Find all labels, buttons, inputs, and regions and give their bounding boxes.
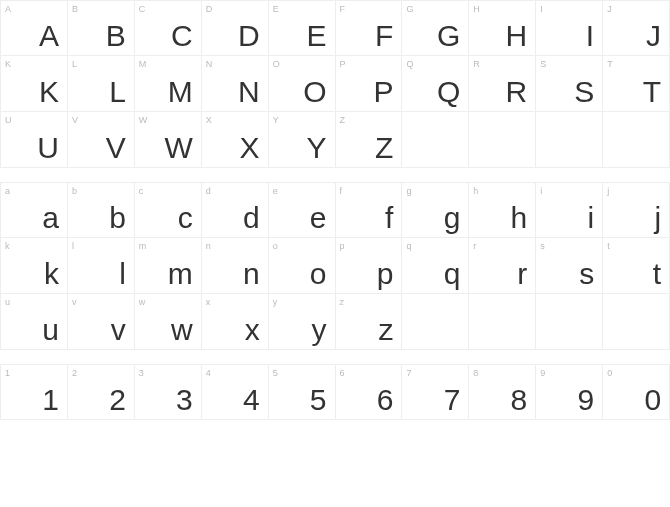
- glyph-cell: 11: [0, 364, 68, 420]
- glyph-cell: ZZ: [336, 112, 403, 168]
- key-label: Y: [273, 115, 279, 125]
- glyph-cell: WW: [135, 112, 202, 168]
- glyph-cell: [536, 294, 603, 350]
- key-label: E: [273, 4, 279, 14]
- glyph-cell: pp: [336, 238, 403, 294]
- glyph-cell: nn: [202, 238, 269, 294]
- glyph-row: KKLLMMNNOOPPQQRRSSTT: [0, 56, 670, 112]
- glyph: 1: [42, 385, 59, 415]
- glyph-cell: SS: [536, 56, 603, 112]
- key-label: G: [406, 4, 413, 14]
- glyph: M: [168, 77, 193, 107]
- glyph: w: [171, 315, 193, 345]
- glyph: F: [375, 21, 393, 51]
- glyph-cell: 44: [202, 364, 269, 420]
- glyph-cell: BB: [68, 0, 135, 56]
- key-label: r: [473, 241, 476, 251]
- key-label: H: [473, 4, 480, 14]
- glyph: Q: [437, 77, 460, 107]
- glyph: u: [42, 315, 59, 345]
- glyph-cell: [469, 294, 536, 350]
- key-label: o: [273, 241, 278, 251]
- glyph-cell: uu: [0, 294, 68, 350]
- glyph-cell: [603, 112, 670, 168]
- glyph-cell: tt: [603, 238, 670, 294]
- glyph-cell: hh: [469, 182, 536, 238]
- glyph: E: [307, 21, 327, 51]
- glyph: Y: [307, 133, 327, 163]
- glyph: o: [310, 259, 327, 289]
- glyph-cell: ff: [336, 182, 403, 238]
- glyph-cell: HH: [469, 0, 536, 56]
- glyph-cell: ee: [269, 182, 336, 238]
- glyph-cell: 55: [269, 364, 336, 420]
- key-label: m: [139, 241, 147, 251]
- glyph: c: [178, 203, 193, 233]
- glyph-cell: 99: [536, 364, 603, 420]
- key-label: x: [206, 297, 211, 307]
- glyph-cell: GG: [402, 0, 469, 56]
- key-label: s: [540, 241, 545, 251]
- glyph-cell: qq: [402, 238, 469, 294]
- section-digits: 11223344556677889900: [0, 364, 670, 420]
- glyph: b: [109, 203, 126, 233]
- glyph-chart: AABBCCDDEEFFGGHHIIJJKKLLMMNNOOPPQQRRSSTT…: [0, 0, 670, 420]
- glyph: k: [44, 259, 59, 289]
- glyph: W: [164, 133, 192, 163]
- glyph-cell: zz: [336, 294, 403, 350]
- glyph: P: [373, 77, 393, 107]
- glyph-cell: OO: [269, 56, 336, 112]
- glyph: r: [517, 259, 527, 289]
- glyph-cell: JJ: [603, 0, 670, 56]
- glyph-cell: YY: [269, 112, 336, 168]
- glyph: a: [42, 203, 59, 233]
- glyph-cell: II: [536, 0, 603, 56]
- key-label: Q: [406, 59, 413, 69]
- key-label: 1: [5, 368, 10, 378]
- key-label: y: [273, 297, 278, 307]
- glyph: m: [168, 259, 193, 289]
- key-label: v: [72, 297, 77, 307]
- glyph-cell: [469, 112, 536, 168]
- key-label: L: [72, 59, 77, 69]
- glyph-cell: 88: [469, 364, 536, 420]
- glyph-cell: mm: [135, 238, 202, 294]
- glyph-cell: EE: [269, 0, 336, 56]
- key-label: F: [340, 4, 346, 14]
- glyph-cell: AA: [0, 0, 68, 56]
- glyph-cell: LL: [68, 56, 135, 112]
- key-label: 8: [473, 368, 478, 378]
- key-label: u: [5, 297, 10, 307]
- key-label: S: [540, 59, 546, 69]
- key-label: R: [473, 59, 480, 69]
- key-label: l: [72, 241, 74, 251]
- glyph: v: [111, 315, 126, 345]
- key-label: Z: [340, 115, 346, 125]
- key-label: X: [206, 115, 212, 125]
- glyph: 7: [444, 385, 461, 415]
- key-label: T: [607, 59, 613, 69]
- key-label: 2: [72, 368, 77, 378]
- key-label: J: [607, 4, 612, 14]
- key-label: d: [206, 186, 211, 196]
- glyph: j: [654, 203, 661, 233]
- glyph-cell: FF: [336, 0, 403, 56]
- key-label: b: [72, 186, 77, 196]
- glyph: R: [506, 77, 528, 107]
- glyph: h: [511, 203, 528, 233]
- glyph-cell: ll: [68, 238, 135, 294]
- key-label: c: [139, 186, 144, 196]
- glyph-cell: 77: [402, 364, 469, 420]
- glyph: 5: [310, 385, 327, 415]
- glyph: x: [245, 315, 260, 345]
- glyph-cell: QQ: [402, 56, 469, 112]
- glyph: s: [579, 259, 594, 289]
- glyph: J: [646, 21, 661, 51]
- glyph-cell: 00: [603, 364, 670, 420]
- glyph-row: aabbccddeeffgghhiijj: [0, 182, 670, 238]
- glyph: 8: [511, 385, 528, 415]
- glyph-cell: [536, 112, 603, 168]
- key-label: N: [206, 59, 213, 69]
- glyph: V: [106, 133, 126, 163]
- key-label: h: [473, 186, 478, 196]
